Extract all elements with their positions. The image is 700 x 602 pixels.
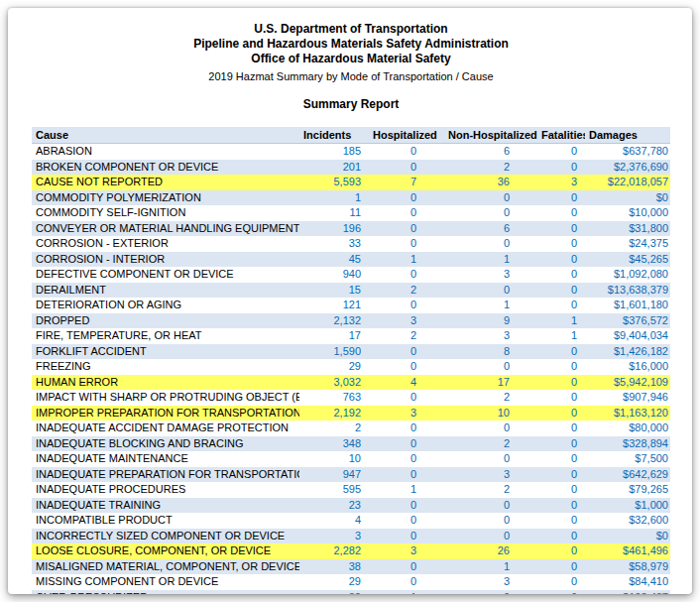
column-header-damages: Damages — [585, 127, 670, 144]
non-hospitalized-cell: 3 — [444, 267, 537, 283]
incidents-cell: 17 — [299, 328, 369, 344]
table-row: CAUSE NOT REPORTED5,5937363$22,018,057 — [32, 175, 670, 190]
fatalities-cell: 0 — [537, 421, 585, 436]
damages-cell: $0 — [585, 190, 670, 206]
table-row: ABRASION185060$637,780 — [32, 144, 670, 160]
non-hospitalized-cell: 8 — [444, 344, 537, 360]
damages-cell: $1,000 — [585, 498, 670, 514]
hospitalized-cell: 0 — [369, 344, 444, 360]
fatalities-cell: 0 — [537, 298, 585, 313]
cause-cell: OVER-PRESSURIZED — [32, 590, 299, 595]
incidents-cell: 2,282 — [299, 543, 369, 559]
non-hospitalized-cell: 0 — [444, 421, 537, 436]
non-hospitalized-cell: 0 — [444, 513, 537, 529]
fatalities-cell: 1 — [537, 328, 585, 344]
fatalities-cell: 0 — [537, 436, 585, 452]
incidents-cell: 15 — [299, 283, 369, 299]
table-row: MISSING COMPONENT OR DEVICE29030$84,410 — [32, 574, 670, 590]
fatalities-cell: 0 — [537, 543, 585, 559]
damages-cell: $907,946 — [585, 390, 670, 406]
table-row: MISALIGNED MATERIAL, COMPONENT, OR DEVIC… — [32, 559, 670, 575]
cause-cell: HUMAN ERROR — [32, 375, 299, 391]
column-header-fatalities: Fatalities — [537, 127, 585, 144]
cause-cell: CONVEYER OR MATERIAL HANDLING EQUIPMENT … — [32, 221, 299, 237]
incidents-cell: 29 — [299, 574, 369, 590]
incidents-cell: 3 — [299, 529, 369, 544]
fatalities-cell: 3 — [537, 175, 585, 190]
non-hospitalized-cell: 0 — [444, 498, 537, 514]
non-hospitalized-cell: 0 — [444, 451, 537, 467]
cause-cell: INADEQUATE PROCEDURES — [32, 482, 299, 498]
damages-cell: $376,572 — [585, 313, 670, 329]
table-row: BROKEN COMPONENT OR DEVICE201020$2,376,6… — [32, 160, 670, 176]
hospitalized-cell: 0 — [369, 574, 444, 590]
fatalities-cell: 0 — [537, 283, 585, 299]
incidents-cell: 121 — [299, 298, 369, 313]
fatalities-cell: 0 — [537, 451, 585, 467]
cause-cell: BROKEN COMPONENT OR DEVICE — [32, 160, 299, 176]
fatalities-cell: 0 — [537, 574, 585, 590]
agency-name-line-1: U.S. Department of Transportation — [32, 22, 670, 37]
hospitalized-cell: 3 — [369, 406, 444, 421]
damages-cell: $16,000 — [585, 359, 670, 375]
incidents-cell: 2 — [299, 421, 369, 436]
damages-cell: $0 — [585, 529, 670, 544]
table-row: FORKLIFT ACCIDENT1,590080$1,426,182 — [32, 344, 670, 360]
fatalities-cell: 0 — [537, 498, 585, 514]
table-row: INADEQUATE MAINTENANCE10000$7,500 — [32, 451, 670, 467]
fatalities-cell: 0 — [537, 267, 585, 283]
table-row: FIRE, TEMPERATURE, OR HEAT17231$9,404,03… — [32, 328, 670, 344]
incidents-cell: 1 — [299, 190, 369, 206]
cause-cell: MISSING COMPONENT OR DEVICE — [32, 574, 299, 590]
fatalities-cell: 0 — [537, 482, 585, 498]
cause-cell: INADEQUATE TRAINING — [32, 498, 299, 514]
damages-cell: $9,404,034 — [585, 328, 670, 344]
non-hospitalized-cell: 2 — [444, 160, 537, 176]
non-hospitalized-cell: 0 — [444, 529, 537, 544]
fatalities-cell: 0 — [537, 144, 585, 160]
cause-cell: FORKLIFT ACCIDENT — [32, 344, 299, 360]
fatalities-cell: 0 — [537, 529, 585, 544]
damages-cell: $80,000 — [585, 421, 670, 436]
table-row: DEFECTIVE COMPONENT OR DEVICE940030$1,09… — [32, 267, 670, 283]
hospitalized-cell: 0 — [369, 467, 444, 483]
non-hospitalized-cell: 1 — [444, 252, 537, 268]
damages-cell: $1,163,120 — [585, 406, 670, 421]
incidents-cell: 45 — [299, 252, 369, 268]
fatalities-cell: 0 — [537, 252, 585, 268]
cause-cell: CAUSE NOT REPORTED — [32, 175, 299, 190]
damages-cell: $642,629 — [585, 467, 670, 483]
damages-cell: $22,018,057 — [585, 175, 670, 190]
non-hospitalized-cell: 3 — [444, 467, 537, 483]
damages-cell: $32,600 — [585, 513, 670, 529]
non-hospitalized-cell: 36 — [444, 175, 537, 190]
fatalities-cell: 0 — [537, 559, 585, 575]
hospitalized-cell: 0 — [369, 436, 444, 452]
incidents-cell: 4 — [299, 513, 369, 529]
hospitalized-cell: 0 — [369, 390, 444, 406]
report-title: Summary Report — [32, 97, 670, 111]
incidents-cell: 82 — [299, 590, 369, 595]
incidents-cell: 595 — [299, 482, 369, 498]
hospitalized-cell: 0 — [369, 160, 444, 176]
hospitalized-cell: 0 — [369, 190, 444, 206]
report-subtitle: 2019 Hazmat Summary by Mode of Transport… — [32, 69, 670, 83]
fatalities-cell: 0 — [537, 221, 585, 237]
non-hospitalized-cell: 2 — [444, 390, 537, 406]
table-row: OVER-PRESSURIZED82100$102,487 — [32, 590, 670, 595]
cause-cell: INADEQUATE MAINTENANCE — [32, 451, 299, 467]
cause-cell: INADEQUATE PREPARATION FOR TRANSPORTATIO… — [32, 467, 299, 483]
damages-cell: $1,601,180 — [585, 298, 670, 313]
non-hospitalized-cell: 9 — [444, 313, 537, 329]
incidents-cell: 201 — [299, 160, 369, 176]
fatalities-cell: 0 — [537, 160, 585, 176]
hospitalized-cell: 0 — [369, 144, 444, 160]
hospitalized-cell: 0 — [369, 267, 444, 283]
fatalities-cell: 0 — [537, 344, 585, 360]
table-header-row: Cause Incidents Hospitalized Non-Hospita… — [32, 127, 670, 144]
hospitalized-cell: 0 — [369, 498, 444, 514]
damages-cell: $84,410 — [585, 574, 670, 590]
damages-cell: $7,500 — [585, 451, 670, 467]
incidents-cell: 5,593 — [299, 175, 369, 190]
damages-cell: $45,265 — [585, 252, 670, 268]
